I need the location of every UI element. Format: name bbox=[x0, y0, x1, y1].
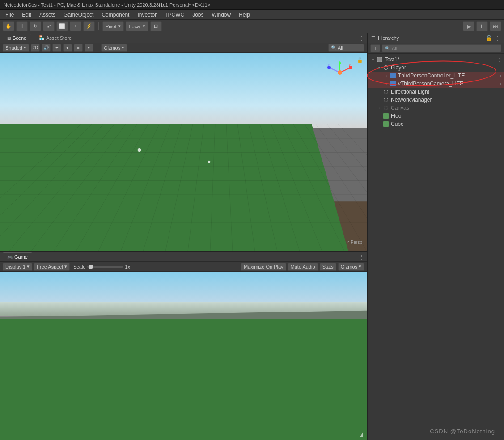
menu-file[interactable]: File bbox=[2, 11, 17, 19]
scene-toolbar: Shaded ▾ 2D 🔊 ✦ ▾ ≡ ▾ Gizmos ▾ 🔍 bbox=[0, 43, 367, 53]
menu-gameobject[interactable]: GameObject bbox=[60, 11, 97, 19]
pause-button[interactable]: ⏸ bbox=[476, 21, 488, 31]
2d-toggle[interactable]: 2D bbox=[31, 44, 40, 52]
pivot-arrow: ▾ bbox=[118, 23, 121, 29]
options-test1[interactable]: ⋮ bbox=[497, 57, 501, 62]
menu-edit[interactable]: Edit bbox=[18, 11, 35, 19]
maximize-btn[interactable]: Maximize On Play bbox=[241, 263, 286, 271]
menu-invector[interactable]: Invector bbox=[134, 11, 160, 19]
arrow-netmgr bbox=[377, 97, 382, 103]
label-player: Player bbox=[391, 64, 501, 71]
hierarchy-tree: Test1* ⋮ Player › ThirdPersonController_… bbox=[368, 54, 504, 440]
label-tpc: ThirdPersonController_LITE bbox=[398, 73, 499, 79]
sep2 bbox=[97, 44, 97, 52]
stats-btn[interactable]: Stats bbox=[320, 263, 336, 271]
fx-btn[interactable]: ✦ bbox=[52, 44, 61, 52]
tool-rect[interactable]: ⬜ bbox=[56, 21, 68, 31]
icon-cube-item bbox=[383, 121, 389, 127]
hierarchy-add-button[interactable]: + bbox=[370, 44, 380, 52]
label-dirlight: Directional Light bbox=[391, 89, 501, 95]
hierarchy-lock-icon[interactable]: 🔓 bbox=[486, 35, 492, 41]
label-floor: Floor bbox=[391, 113, 501, 119]
tab-asset-store[interactable]: 🏪 Asset Store bbox=[34, 34, 76, 43]
tab-scene[interactable]: ⊞ Scene bbox=[3, 34, 31, 43]
tool-move[interactable]: ✛ bbox=[16, 21, 28, 31]
game-green bbox=[0, 319, 367, 440]
tree-item-vpc[interactable]: › vThirdPersonCamera_LITE bbox=[368, 80, 504, 88]
local-label: Local bbox=[129, 24, 140, 29]
aspect-dropdown[interactable]: Free Aspect ▾ bbox=[34, 263, 70, 271]
mute-btn[interactable]: Mute Audio bbox=[288, 263, 318, 271]
scene-layers-dropdown[interactable]: ▾ bbox=[85, 44, 93, 52]
scene-gizmo[interactable]: x z bbox=[326, 59, 353, 86]
scene-canvas bbox=[0, 53, 367, 251]
right-panel: ☰ Hierarchy 🔓 ⋮ + 🔍 All bbox=[368, 33, 504, 440]
local-arrow: ▾ bbox=[143, 23, 145, 29]
menu-tpcwc[interactable]: TPCWC bbox=[161, 11, 188, 19]
toolbar: ✋ ✛ ↻ ⤢ ⬜ ✦ ⚡ Pivot ▾ Local ▾ ⊞ ▶ ⏸ ⏭ bbox=[0, 20, 504, 33]
scene-panel: ⊞ Scene 🏪 Asset Store ⋮ Shaded ▾ 2D 🔊 bbox=[0, 33, 367, 252]
hierarchy-header: ☰ Hierarchy 🔓 ⋮ bbox=[368, 33, 504, 43]
title-bar: NetcodeforGos - Test1 - PC, Mac & Linux … bbox=[0, 0, 504, 10]
scene-vis-dropdown[interactable]: ▾ bbox=[63, 44, 72, 52]
game-sky bbox=[0, 272, 367, 305]
tree-item-player[interactable]: Player bbox=[368, 64, 504, 72]
tool-transform[interactable]: ✦ bbox=[70, 21, 81, 31]
arrow-tpc: › bbox=[384, 73, 389, 78]
snap-btn[interactable]: ⊞ bbox=[150, 21, 162, 31]
gizmos-dropdown[interactable]: Gizmos ▾ bbox=[101, 44, 127, 52]
scene-tab-options[interactable]: ⋮ bbox=[359, 35, 364, 41]
icon-test1 bbox=[377, 56, 383, 63]
tool-hand[interactable]: ✋ bbox=[3, 21, 14, 31]
menu-help[interactable]: Help bbox=[235, 11, 254, 19]
tool-rotate[interactable]: ↻ bbox=[30, 21, 41, 31]
hierarchy-options-icon[interactable]: ⋮ bbox=[495, 35, 500, 41]
svg-point-6 bbox=[338, 70, 342, 75]
label-netmgr: NetworkManager bbox=[391, 97, 501, 103]
arrow-cube bbox=[377, 121, 382, 127]
watermark: CSDN @ToDoNothing bbox=[430, 428, 495, 435]
audio-btn[interactable]: 🔊 bbox=[42, 44, 51, 52]
hierarchy-title: Hierarchy bbox=[378, 35, 399, 41]
arrow-floor bbox=[377, 113, 382, 119]
local-dropdown[interactable]: Local ▾ bbox=[126, 21, 148, 31]
arrow-dirlight bbox=[377, 89, 382, 94]
icon-tpc bbox=[390, 73, 396, 79]
pivot-dropdown[interactable]: Pivot ▾ bbox=[102, 21, 124, 31]
step-button[interactable]: ⏭ bbox=[490, 21, 501, 31]
arrow-vpc: › bbox=[384, 81, 389, 86]
tab-game[interactable]: 🎮 Game bbox=[3, 252, 32, 261]
game-indicator bbox=[360, 432, 363, 437]
scale-slider[interactable] bbox=[87, 266, 123, 268]
icon-player bbox=[383, 64, 389, 71]
menu-component[interactable]: Component bbox=[98, 11, 133, 19]
shading-dropdown[interactable]: Shaded ▾ bbox=[3, 44, 29, 52]
hierarchy-search-box[interactable]: 🔍 All bbox=[382, 44, 501, 52]
display-dropdown[interactable]: Display 1 ▾ bbox=[3, 263, 32, 271]
tool-scale[interactable]: ⤢ bbox=[43, 21, 55, 31]
icon-netmgr bbox=[383, 97, 389, 103]
game-panel: 🎮 Game ⋮ Display 1 ▾ Free Aspect ▾ Scale bbox=[0, 252, 367, 440]
menu-jobs[interactable]: Jobs bbox=[189, 11, 207, 19]
scene-layers-btn[interactable]: ≡ bbox=[74, 44, 83, 52]
scene-search[interactable]: 🔍 All bbox=[328, 44, 364, 52]
tree-item-netmgr[interactable]: NetworkManager bbox=[368, 96, 504, 104]
tool-custom[interactable]: ⚡ bbox=[83, 21, 95, 31]
label-cube: Cube bbox=[391, 121, 501, 127]
scene-viewport[interactable]: 🔓 bbox=[0, 53, 367, 251]
scale-control: Scale 1x bbox=[73, 264, 130, 269]
menu-assets[interactable]: Assets bbox=[36, 11, 59, 19]
tree-item-tpc[interactable]: › ThirdPersonController_LITE bbox=[368, 72, 504, 80]
tree-item-floor[interactable]: Floor bbox=[368, 112, 504, 120]
play-button[interactable]: ▶ bbox=[463, 21, 474, 31]
label-test1: Test1* bbox=[385, 56, 496, 63]
tree-item-test1[interactable]: Test1* ⋮ bbox=[368, 56, 504, 64]
game-gizmos-dropdown[interactable]: Gizmos ▾ bbox=[338, 263, 364, 271]
game-viewport[interactable] bbox=[0, 272, 367, 440]
game-tab-options[interactable]: ⋮ bbox=[359, 254, 364, 260]
tree-item-cube[interactable]: Cube bbox=[368, 120, 504, 128]
tree-item-dirlight[interactable]: Directional Light bbox=[368, 88, 504, 96]
tree-item-canvas[interactable]: › Canvas bbox=[368, 104, 504, 112]
menu-window[interactable]: Window bbox=[208, 11, 235, 19]
svg-rect-10 bbox=[378, 58, 381, 61]
